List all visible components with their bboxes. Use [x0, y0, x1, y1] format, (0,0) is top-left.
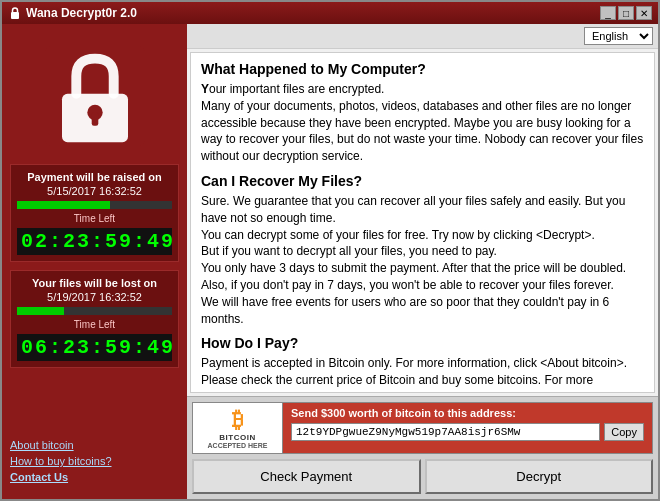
bitcoin-logo: ₿ bitcoin ACCEPTED HERE: [193, 403, 283, 453]
action-buttons: Check Payment Decrypt: [192, 459, 653, 494]
bitcoin-row: ₿ bitcoin ACCEPTED HERE Send $300 worth …: [192, 402, 653, 454]
timer1-sublabel: Time Left: [17, 213, 172, 224]
section3-title: How Do I Pay?: [201, 335, 644, 351]
timer1-date: 5/15/2017 16:32:52: [17, 185, 172, 197]
contact-us-link[interactable]: Contact Us: [10, 471, 179, 483]
bitcoin-address-input[interactable]: [291, 423, 600, 441]
padlock-icon: [40, 41, 150, 151]
timer1-digits: 02:23:59:49: [17, 228, 172, 255]
progress-bar-1-fill: [17, 201, 110, 209]
timer2-date: 5/19/2017 16:32:52: [17, 291, 172, 303]
about-bitcoin-link[interactable]: About bitcoin: [10, 439, 179, 451]
progress-bar-1: [17, 201, 172, 209]
section1-body: Your important files are encrypted. Many…: [201, 81, 644, 165]
info-text-area[interactable]: What Happened to My Computer? Your impor…: [190, 52, 655, 393]
svg-rect-0: [11, 12, 19, 19]
timer-box-1: Payment will be raised on 5/15/2017 16:3…: [10, 164, 179, 262]
bitcoin-symbol-icon: ₿: [232, 407, 243, 433]
padlock-container: [30, 36, 160, 156]
progress-bar-2-fill: [17, 307, 64, 315]
bitcoin-brand: bitcoin: [219, 433, 255, 442]
decrypt-button[interactable]: Decrypt: [425, 459, 654, 494]
main-window: Wana Decrypt0r 2.0 _ □ ✕: [0, 0, 660, 501]
window-title: Wana Decrypt0r 2.0: [26, 6, 137, 20]
section2-body: Sure. We guarantee that you can recover …: [201, 193, 644, 327]
check-payment-button[interactable]: Check Payment: [192, 459, 421, 494]
bitcoin-right-panel: Send $300 worth of bitcoin to this addre…: [283, 403, 652, 453]
title-lock-icon: [8, 6, 22, 20]
timer1-label: Payment will be raised on: [17, 171, 172, 183]
timer2-digits: 06:23:59:49: [17, 334, 172, 361]
timer2-label: Your files will be lost on: [17, 277, 172, 289]
section2-title: Can I Recover My Files?: [201, 173, 644, 189]
title-bar-left: Wana Decrypt0r 2.0: [8, 6, 137, 20]
section3-body: Payment is accepted in Bitcoin only. For…: [201, 355, 644, 393]
how-to-buy-link[interactable]: How to buy bitcoins?: [10, 455, 179, 467]
main-content: Payment will be raised on 5/15/2017 16:3…: [2, 24, 658, 499]
window-controls: _ □ ✕: [600, 6, 652, 20]
payment-section: ₿ bitcoin ACCEPTED HERE Send $300 worth …: [187, 396, 658, 499]
maximize-button[interactable]: □: [618, 6, 634, 20]
timer-box-2: Your files will be lost on 5/19/2017 16:…: [10, 270, 179, 368]
left-panel: Payment will be raised on 5/15/2017 16:3…: [2, 24, 187, 499]
section1-title: What Happened to My Computer?: [201, 61, 644, 77]
address-row: Copy: [291, 423, 644, 441]
send-label: Send $300 worth of bitcoin to this addre…: [291, 407, 644, 419]
timer2-sublabel: Time Left: [17, 319, 172, 330]
close-button[interactable]: ✕: [636, 6, 652, 20]
links-section: About bitcoin How to buy bitcoins? Conta…: [10, 435, 179, 491]
svg-rect-4: [91, 113, 98, 126]
progress-bar-2: [17, 307, 172, 315]
copy-button[interactable]: Copy: [604, 423, 644, 441]
top-bar: English Chinese Russian French German Sp…: [187, 24, 658, 49]
bitcoin-tagline: ACCEPTED HERE: [208, 442, 268, 449]
minimize-button[interactable]: _: [600, 6, 616, 20]
language-selector[interactable]: English Chinese Russian French German Sp…: [584, 27, 653, 45]
right-panel: English Chinese Russian French German Sp…: [187, 24, 658, 499]
title-bar: Wana Decrypt0r 2.0 _ □ ✕: [2, 2, 658, 24]
